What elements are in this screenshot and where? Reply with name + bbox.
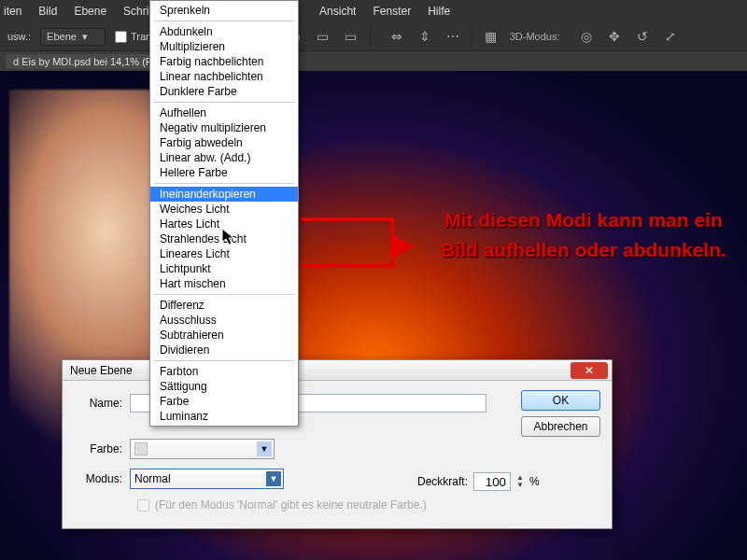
distribute-icon[interactable]: ⋯ [444,28,462,45]
valign-bot-icon[interactable]: ▭ [342,28,360,45]
grid-icon[interactable]: ▦ [482,28,500,45]
distribute-h-icon[interactable]: ⇔ [388,28,406,45]
percent-label: % [529,475,540,488]
blendmode-item[interactable]: Luminanz [150,409,298,424]
blendmode-item[interactable]: Ineinanderkopieren [150,187,298,202]
annotation-text: Mit diesen Modi kann man ein Bild aufhel… [434,205,733,264]
opacity-label: Deckkraft: [417,475,468,488]
blendmode-item[interactable]: Aufhellen [150,105,298,120]
blendmode-item[interactable]: Dividieren [150,343,298,357]
annotation-arrow-icon [390,233,415,259]
blendmode-item[interactable]: Strahlendes Licht [150,231,298,246]
blendmode-item[interactable]: Linear nachbelichten [150,69,298,84]
menu-item[interactable]: Ebene [74,5,106,18]
color-label: Farbe: [74,442,130,455]
blendmode-item[interactable]: Lineares Licht [150,246,298,261]
dialog-title: Neue Ebene [70,364,133,377]
blendmode-item[interactable]: Multiplizieren [150,39,298,54]
blendmode-item[interactable]: Differenz [150,298,298,313]
menu-item[interactable]: Bild [38,5,57,18]
mode-select[interactable]: Normal ▼ [130,469,284,489]
blendmode-item[interactable]: Linear abw. (Add.) [150,150,298,165]
blendmode-item[interactable]: Sprenkeln [150,3,298,18]
blendmode-item[interactable]: Farbe [150,394,298,409]
distribute-v-icon[interactable]: ⇕ [416,28,434,45]
blendmode-item[interactable]: Subtrahieren [150,328,298,343]
opacity-input[interactable] [473,472,511,491]
valign-mid-icon[interactable]: ▭ [314,28,332,45]
color-swatch-icon [134,442,148,455]
layer-select[interactable]: Ebene ▾ [40,28,106,46]
neutral-fill-checkbox [137,499,149,511]
chevron-down-icon: ▼ [266,471,281,486]
mode-label: Modus: [74,472,130,485]
document-tab[interactable]: d Eis by MDI.psd bei 14,1% (Fa [6,54,165,69]
close-button[interactable]: ✕ [571,362,608,379]
ok-button[interactable]: OK [521,390,600,411]
blendmode-item[interactable]: Dunklere Farbe [150,84,298,99]
divider [370,27,371,46]
blendmode-item[interactable]: Negativ multiplizieren [150,120,298,135]
blendmode-item[interactable]: Farbig abwedeln [150,135,298,150]
menu-item[interactable]: Ansicht [319,5,356,18]
neutral-fill-label: (Für den Modus 'Normal' gibt es keine ne… [155,498,427,511]
blendmode-item[interactable]: Farbton [150,364,298,379]
blendmode-dropdown[interactable]: SprenkelnAbdunkelnMultiplizierenFarbig n… [149,0,299,427]
rotate-icon[interactable]: ↺ [633,28,652,45]
orbit-icon[interactable]: ◎ [577,28,596,45]
blendmode-item[interactable]: Weiches Licht [150,202,298,217]
blendmode-item[interactable]: Sättigung [150,379,298,394]
blendmode-item[interactable]: Hellere Farbe [150,165,298,180]
scale-icon[interactable]: ⤢ [661,28,680,45]
opacity-spinner[interactable]: ▲▼ [516,474,524,489]
blendmode-item[interactable]: Hart mischen [150,276,298,291]
mode3d-label: 3D-Modus: [510,31,560,42]
blendmode-item[interactable]: Abdunkeln [150,24,298,39]
cancel-button[interactable]: Abbrechen [521,416,600,437]
annotation-bracket [301,217,394,268]
menubar: iten Bild Ebene Schrift Ansicht Fenster … [0,0,747,22]
menu-item[interactable]: Fenster [373,5,411,18]
blendmode-item[interactable]: Farbig nachbelichten [150,54,298,69]
color-select[interactable]: ▼ [130,439,275,459]
pan-icon[interactable]: ✥ [605,28,624,45]
dialog-titlebar[interactable]: Neue Ebene ✕ [63,360,612,381]
blendmode-item[interactable]: Hartes Licht [150,217,298,231]
divider [472,27,472,46]
blendmode-item[interactable]: Ausschluss [150,313,298,328]
menu-item[interactable]: iten [4,5,21,18]
document-tab-bar: d Eis by MDI.psd bei 14,1% (Fa [0,50,747,71]
blendmode-item[interactable]: Lichtpunkt [150,261,298,276]
options-bar: usw.: Ebene ▾ Trans ▯ ▯ ▯ ▭ ▭ ▭ ⇔ ⇕ ⋯ ▦ … [0,22,747,50]
menu-item[interactable]: Hilfe [428,5,450,18]
name-label: Name: [74,397,130,410]
toolbar-prefix: usw.: [7,31,31,42]
new-layer-dialog: Neue Ebene ✕ Name: er Ebene erstellen Fa… [62,359,613,529]
chevron-down-icon: ▼ [257,441,272,456]
